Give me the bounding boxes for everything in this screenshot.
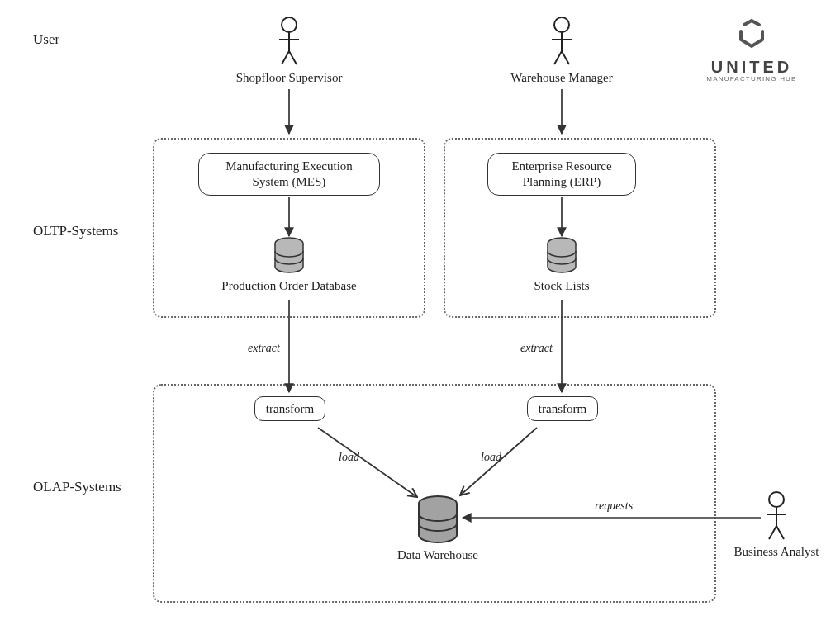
svg-line-3	[282, 51, 289, 64]
node-transform-left: transform	[254, 396, 325, 421]
arrow-load-left	[318, 428, 417, 497]
database-stock-icon	[548, 238, 576, 272]
actor-analyst-icon	[767, 492, 786, 539]
database-prod-icon	[275, 238, 303, 272]
svg-line-8	[554, 51, 562, 64]
node-erp: Enterprise Resource Planning (ERP)	[487, 153, 636, 196]
node-dwh-label: Data Warehouse	[376, 548, 500, 562]
edge-load-left: load	[339, 451, 359, 464]
edge-load-right: load	[481, 451, 501, 464]
svg-point-5	[554, 17, 569, 32]
svg-line-13	[769, 526, 776, 539]
node-erp-label: Enterprise Resource Planning (ERP)	[511, 159, 611, 190]
svg-point-0	[282, 17, 297, 32]
node-transform-right: transform	[527, 396, 598, 421]
node-prod-db-label: Production Order Database	[202, 279, 376, 293]
svg-line-14	[776, 526, 784, 539]
actor-analyst-label: Business Analyst	[723, 545, 826, 559]
diagram-svg	[0, 0, 826, 644]
database-dwh-icon	[419, 496, 457, 542]
actor-shopfloor-label: Shopfloor Supervisor	[223, 71, 355, 85]
node-mes: Manufacturing Execution System (MES)	[198, 153, 380, 196]
node-mes-label: Manufacturing Execution System (MES)	[225, 159, 353, 190]
edge-extract-left: extract	[248, 342, 280, 355]
node-stock-label: Stock Lists	[512, 279, 611, 293]
actor-warehouse-icon	[552, 17, 572, 64]
edge-extract-right: extract	[520, 342, 553, 355]
node-transform-right-label: transform	[539, 402, 586, 416]
edge-requests: requests	[595, 500, 633, 513]
svg-line-4	[289, 51, 297, 64]
svg-line-9	[562, 51, 569, 64]
svg-point-10	[769, 492, 784, 507]
actor-shopfloor-icon	[279, 17, 299, 64]
node-transform-left-label: transform	[266, 402, 314, 416]
actor-warehouse-label: Warehouse Manager	[496, 71, 628, 85]
